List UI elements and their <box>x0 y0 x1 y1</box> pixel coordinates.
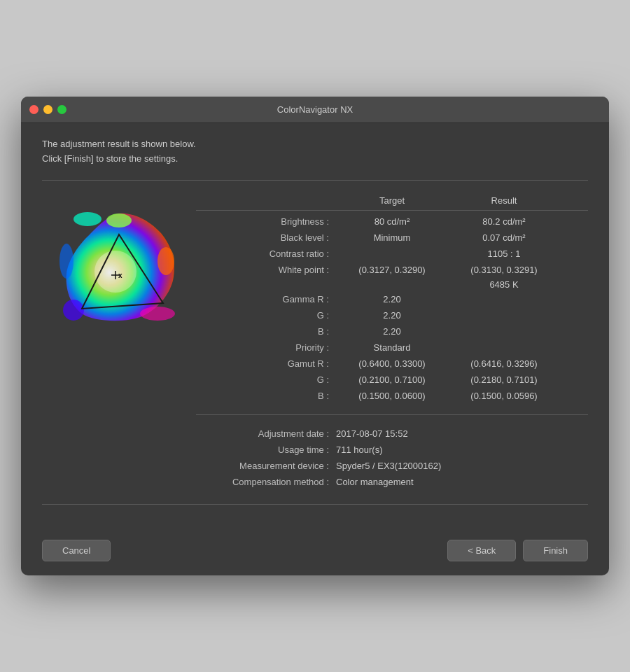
black-level-result: 0.07 cd/m² <box>448 232 560 243</box>
gamut-g-result: (0.2180, 0.7101) <box>448 374 560 385</box>
bottom-section: Adjustment date : 2017-08-07 15:52 Usage… <box>196 426 588 490</box>
svg-point-6 <box>74 212 102 226</box>
row-gamut-g: G : (0.2100, 0.7100) (0.2180, 0.7101) <box>196 372 588 388</box>
kelvin-result: 6485 K <box>448 279 560 290</box>
row-measurement: Measurement device : Spyder5 / EX3(12000… <box>196 458 588 474</box>
row-compensation: Compensation method : Color management <box>196 474 588 490</box>
gamut-b-target: (0.1500, 0.0600) <box>336 391 448 401</box>
finish-button[interactable]: Finish <box>523 540 588 561</box>
gamma-r-label: Gamma R : <box>196 294 336 304</box>
row-usage-time: Usage time : 711 hour(s) <box>196 442 588 458</box>
minimize-button[interactable] <box>43 105 52 114</box>
brightness-result: 80.2 cd/m² <box>448 216 560 227</box>
svg-point-3 <box>140 307 175 321</box>
row-brightness: Brightness : 80 cd/m² 80.2 cd/m² <box>196 214 588 230</box>
titlebar: ColorNavigator NX <box>21 97 609 123</box>
gamut-b-result: (0.1500, 0.0596) <box>448 391 560 401</box>
row-gamma-g: G : 2.20 <box>196 307 588 323</box>
window-title: ColorNavigator NX <box>277 104 353 115</box>
white-point-label: White point : <box>196 265 336 275</box>
svg-point-4 <box>63 300 84 321</box>
gamut-r-label: Gamut R : <box>196 358 336 369</box>
row-gamut-r: Gamut R : (0.6400, 0.3300) (0.6416, 0.32… <box>196 356 588 372</box>
gamut-r-result: (0.6416, 0.3296) <box>448 358 560 369</box>
app-window: ColorNavigator NX The adjustment result … <box>21 97 609 576</box>
row-priority: Priority : Standard <box>196 340 588 356</box>
mid-divider <box>196 414 588 415</box>
measurement-label: Measurement device : <box>196 461 336 471</box>
row-black-level: Black level : Minimum 0.07 cd/m² <box>196 230 588 246</box>
svg-point-1 <box>106 214 132 227</box>
row-contrast: Contrast ratio : 1105 : 1 <box>196 246 588 262</box>
svg-text:x: x <box>118 272 122 279</box>
top-divider <box>42 180 588 181</box>
traffic-lights <box>29 105 66 114</box>
gamut-r-target: (0.6400, 0.3300) <box>336 358 448 369</box>
main-content: The adjustment result is shown below. Cl… <box>21 123 609 530</box>
usage-time-label: Usage time : <box>196 444 336 455</box>
col-label-header <box>196 195 336 206</box>
gamut-diagram-area: x <box>42 191 196 338</box>
gamma-b-target: 2.20 <box>336 326 448 337</box>
gamut-g-target: (0.2100, 0.7100) <box>336 374 448 385</box>
back-button[interactable]: < Back <box>447 540 516 561</box>
intro-text: The adjustment result is shown below. Cl… <box>42 137 588 167</box>
row-kelvin: 6485 K <box>196 278 588 291</box>
footer-right-buttons: < Back Finish <box>447 540 588 561</box>
gamut-g-label: G : <box>196 374 336 385</box>
close-button[interactable] <box>29 105 38 114</box>
black-level-target: Minimum <box>336 232 448 243</box>
row-gamma-r: Gamma R : 2.20 <box>196 291 588 307</box>
gamut-b-label: B : <box>196 391 336 401</box>
svg-point-5 <box>59 244 74 279</box>
cancel-button[interactable]: Cancel <box>42 540 111 561</box>
row-gamut-b: B : (0.1500, 0.0600) (0.1500, 0.0596) <box>196 388 588 404</box>
gamma-g-label: G : <box>196 310 336 321</box>
adj-date-label: Adjustment date : <box>196 428 336 439</box>
row-white-point: White point : (0.3127, 0.3290) (0.3130, … <box>196 262 588 278</box>
main-table-area: x Target Result Brightness : 80 cd/m² 80… <box>42 191 588 490</box>
black-level-label: Black level : <box>196 232 336 243</box>
usage-time-value: 711 hour(s) <box>336 444 588 455</box>
measurement-value: Spyder5 / EX3(12000162) <box>336 461 588 471</box>
intro-line1: The adjustment result is shown below. <box>42 137 588 152</box>
col-target-header: Target <box>336 195 448 206</box>
gamma-r-target: 2.20 <box>336 294 448 304</box>
priority-label: Priority : <box>196 342 336 353</box>
row-adj-date: Adjustment date : 2017-08-07 15:52 <box>196 426 588 442</box>
gamma-b-label: B : <box>196 326 336 337</box>
white-point-result: (0.3130, 0.3291) <box>448 265 560 275</box>
priority-target: Standard <box>336 342 448 353</box>
intro-line2: Click [Finish] to store the settings. <box>42 152 588 167</box>
table-header: Target Result <box>196 191 588 211</box>
compensation-label: Compensation method : <box>196 477 336 487</box>
bottom-divider <box>42 504 588 505</box>
contrast-label: Contrast ratio : <box>196 248 336 259</box>
svg-point-2 <box>158 247 174 275</box>
compensation-value: Color management <box>336 477 588 487</box>
gamut-diagram: x <box>52 205 186 338</box>
brightness-label: Brightness : <box>196 216 336 227</box>
brightness-target: 80 cd/m² <box>336 216 448 227</box>
maximize-button[interactable] <box>57 105 66 114</box>
col-result-header: Result <box>448 195 560 206</box>
adj-date-value: 2017-08-07 15:52 <box>336 428 588 439</box>
contrast-result: 1105 : 1 <box>448 248 560 259</box>
footer: Cancel < Back Finish <box>21 529 609 575</box>
gamma-g-target: 2.20 <box>336 310 448 321</box>
white-point-target: (0.3127, 0.3290) <box>336 265 448 275</box>
data-table: Target Result Brightness : 80 cd/m² 80.2… <box>196 191 588 490</box>
row-gamma-b: B : 2.20 <box>196 323 588 340</box>
